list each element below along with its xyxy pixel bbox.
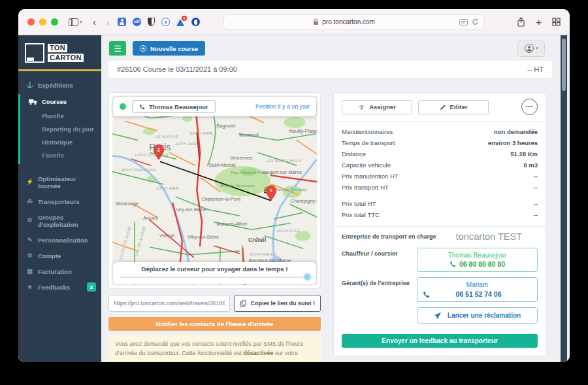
sms-notice: Vous avez demandé que vos contacts soien… [108,335,321,362]
time-slider[interactable] [120,276,310,278]
customization-icon: ✎ [26,237,33,244]
sidebar: TON CARTON ⚓ Expéditions Courses Planifi… [18,35,101,362]
sidebar-item-reporting-du-jour[interactable]: Reporting du jour [20,122,101,135]
manager-label: Gérant(s) de l'entreprise [342,277,410,286]
phone-icon [423,291,430,298]
notify-contacts-button[interactable]: Notifier les contacts de l'heure d'arriv… [108,317,321,331]
course-price: -- HT [527,65,544,73]
svg-text:Arcueil: Arcueil [143,215,158,221]
svg-text:Bois de Vincennes: Bois de Vincennes [220,183,254,188]
svg-text:Montrouge: Montrouge [116,201,139,207]
extension-warning-icon[interactable]: 6 [176,18,185,26]
sidebar-toggle-icon[interactable] [69,18,78,26]
sidebar-item-groupes-exploitation[interactable]: ⚙ Groupes d'exploitation [18,209,101,232]
sidebar-item-transporteurs[interactable]: ⁂ Transporteurs [18,193,101,209]
page-scrollbar[interactable] [561,35,567,362]
sidebar-item-feedbacks[interactable]: ★ Feedbacks 3 [18,279,101,295]
svg-text:LATIN QUARTER: LATIN QUARTER [135,153,169,157]
svg-text:MONT-MESLY: MONT-MESLY [250,252,277,256]
driver-contact-card[interactable]: Thomas Beausejour 06 80 80 80 80 [417,248,538,272]
detail-row: Prix transport HT-- [342,182,538,193]
driver-phone[interactable]: 06 80 80 80 80 [459,260,505,268]
driver-button[interactable]: Thomas Beausejour [132,100,216,113]
browser-chrome: ▾ ‹ › ABP ∨ 6 pro.toncarton.com [18,9,570,35]
send-feedback-button[interactable]: Envoyer un feedback au transporteur [342,334,538,348]
svg-text:Charenton-le-Pont: Charenton-le-Pont [201,196,240,202]
sidebar-item-favoris[interactable]: Favoris [20,148,101,161]
carriers-icon: ⁂ [26,198,33,205]
sidebar-item-historique[interactable]: Historique [20,135,101,148]
share-icon[interactable] [517,17,525,27]
extension-pocket-icon[interactable]: ∨ [161,18,170,26]
new-course-button[interactable]: + Nouvelle course [133,41,205,56]
svg-text:Parc Floral de Paris: Parc Floral de Paris [231,170,267,175]
traffic-lights [27,18,58,25]
minimize-window-button[interactable] [39,18,46,25]
scrollbar-thumb[interactable] [562,39,566,91]
svg-text:11TH ARR.: 11TH ARR. [175,141,199,146]
star-icon: ★ [26,284,33,291]
svg-text:20TH ARR.: 20TH ARR. [189,131,214,135]
map[interactable]: 18TH ARR. Noisy-le-Sec Bagnolet 20TH ARR… [112,96,317,285]
sidebar-item-facturation[interactable]: ▤ Facturation [18,263,101,279]
more-options-button[interactable]: ••• [521,99,538,115]
menu-toggle-button[interactable]: ☰ [109,41,126,56]
tracking-url-input[interactable] [108,295,230,312]
course-header: #26106 Course le 03/11/2021 à 09:00 -- H… [108,61,552,78]
broadcast-icon [358,104,365,110]
extension-badge: 6 [182,16,187,21]
manager-phone[interactable]: 06 51 52 74 06 [433,290,524,298]
sidebar-item-optimisateur-tournee[interactable]: ⚡ Optimisateur tournée [18,171,101,193]
tab-overview-icon[interactable] [552,18,561,26]
forward-button[interactable]: › [106,17,110,27]
manager-contact-card[interactable]: Mariam 06 51 52 74 06 [417,277,538,302]
avatar-icon [525,44,534,53]
svg-text:Bagnolet: Bagnolet [217,123,236,129]
sidebar-item-expeditions[interactable]: ⚓ Expéditions [18,78,101,93]
sidebar-item-personnalisation[interactable]: ✎ Personnalisation [18,232,101,248]
chevron-down-icon[interactable]: ▾ [80,19,82,25]
phone-icon [139,104,145,110]
lock-icon [313,18,319,25]
manager-name: Mariam [423,281,532,288]
close-window-button[interactable] [27,18,35,25]
sidebar-item-courses[interactable]: Courses [20,94,101,109]
slider-handle[interactable] [303,273,312,281]
svg-text:Villejuif: Villejuif [159,233,175,239]
detail-row: Temps de transportenviron 3 heures [342,137,538,148]
toncarton-logo[interactable]: TON CARTON [18,35,101,69]
assign-button[interactable]: Assigner [342,100,412,114]
sidebar-item-compte[interactable]: ⚒ Compte [18,248,101,263]
svg-text:Champigny-s: Champigny-s [291,198,317,204]
slider-label: Déplacez le curseur pour voyager dans le… [120,265,310,273]
extension-person-icon[interactable] [118,18,126,26]
claim-button[interactable]: Lancer une réclamation [417,307,538,324]
online-status-dot [120,103,126,110]
driver-status-bar: Thomas Beausejour Position il y a un jou… [113,97,316,116]
page-title: #26106 Course le 03/11/2021 à 09:00 [117,65,237,73]
user-menu-button[interactable]: ▾ [517,41,545,57]
sidebar-item-planifie[interactable]: Planifié [20,109,101,122]
reload-icon[interactable] [472,18,479,25]
svg-text:13TH ARR.: 13TH ARR. [156,186,180,190]
copy-tracking-link-button[interactable]: Copier le lien du suivi ! [234,295,321,312]
detail-row: Prix total TTC-- [342,209,538,220]
address-bar[interactable]: pro.toncarton.com [223,14,485,30]
zoom-window-button[interactable] [51,18,58,25]
extension-adblock-icon[interactable]: ABP [133,18,141,26]
extension-browser-icon[interactable] [191,18,200,26]
svg-text:Vitry-sur-Seine: Vitry-sur-Seine [188,234,219,240]
back-button[interactable]: ‹ [93,17,96,27]
browser-window: ▾ ‹ › ABP ∨ 6 pro.toncarton.com [18,9,570,362]
detail-row: Prix total HT-- [342,198,538,209]
svg-text:LES MARECHAUX: LES MARECHAUX [266,159,302,163]
edit-button[interactable]: Editer [418,100,489,114]
new-tab-icon[interactable]: + [536,16,542,27]
extension-shield-icon[interactable] [148,18,155,26]
detail-row: Manutentionnairesnon demandée [342,126,538,137]
translate-icon[interactable] [459,19,468,25]
billing-icon: ▤ [26,268,33,275]
copy-icon [240,300,246,307]
svg-text:Saint-Mandé: Saint-Mandé [209,162,236,168]
svg-text:Maisons-Alfort: Maisons-Alfort [216,221,247,227]
